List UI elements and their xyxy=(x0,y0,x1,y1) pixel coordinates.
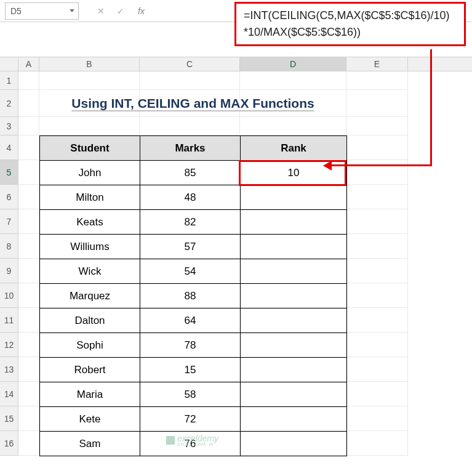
cell-student[interactable]: John xyxy=(40,161,140,185)
header-rank[interactable]: Rank xyxy=(241,136,347,161)
cell-rank[interactable] xyxy=(241,259,347,284)
row-num-10[interactable]: 10 xyxy=(0,283,18,308)
cell-student[interactable]: Kete xyxy=(40,407,140,432)
table-row: Keats82 xyxy=(40,210,347,235)
cell-marks[interactable]: 58 xyxy=(140,382,241,407)
formula-toolbar-icons: ✕ ✓ xyxy=(97,6,124,16)
cell-marks[interactable]: 88 xyxy=(140,284,241,309)
table-row: Wick54 xyxy=(40,259,347,284)
formula-box: =INT(CEILING(C5,MAX($C$5:$C$16)/10) *10/… xyxy=(234,2,466,46)
cell-student[interactable]: Maria xyxy=(40,382,140,407)
row-num-1[interactable]: 1 xyxy=(0,71,18,90)
row-num-9[interactable]: 9 xyxy=(0,259,18,283)
col-header-e[interactable]: E xyxy=(346,57,408,71)
cell-marks[interactable]: 85 xyxy=(140,161,241,185)
watermark-sub: EXCEL · DATA · BI xyxy=(177,442,218,446)
cell-student[interactable]: Keats xyxy=(40,210,140,235)
cell-student[interactable]: Marquez xyxy=(40,284,140,309)
row-num-14[interactable]: 14 xyxy=(0,382,18,406)
cell-student[interactable]: Robert xyxy=(40,358,140,382)
callout-arrow-icon xyxy=(323,161,332,171)
table-row: Robert15 xyxy=(40,358,347,382)
header-marks[interactable]: Marks xyxy=(140,136,241,161)
name-box-value: D5 xyxy=(10,6,22,16)
spreadsheet-grid: 1 2 3 4 5 6 7 8 9 10 11 12 13 14 15 16 U… xyxy=(0,71,472,456)
row-num-6[interactable]: 6 xyxy=(0,185,18,209)
watermark-logo-icon xyxy=(166,436,175,445)
row-num-4[interactable]: 4 xyxy=(0,135,18,160)
cell-rank[interactable] xyxy=(241,185,347,210)
cell-rank[interactable] xyxy=(241,358,347,382)
sheet-title: Using INT, CEILING and MAX Functions xyxy=(39,90,346,117)
column-headers: A B C D E xyxy=(0,57,472,71)
cell-student[interactable]: Dalton xyxy=(40,309,140,333)
cell-marks[interactable]: 48 xyxy=(140,185,241,210)
row-num-3[interactable]: 3 xyxy=(0,117,18,135)
callout-line-vertical xyxy=(430,49,432,166)
table-row: Sophi78 xyxy=(40,333,347,358)
data-table: Student Marks Rank John8510 Milton48 Kea… xyxy=(39,135,347,456)
col-header-a[interactable]: A xyxy=(18,57,39,71)
cell-rank[interactable] xyxy=(241,382,347,407)
cell-rank[interactable] xyxy=(241,210,347,235)
callout-line-horizontal xyxy=(329,164,432,166)
cell-marks[interactable]: 64 xyxy=(140,309,241,333)
name-box[interactable]: D5 xyxy=(5,2,79,20)
row-num-13[interactable]: 13 xyxy=(0,357,18,382)
cell-marks[interactable]: 57 xyxy=(140,235,241,259)
cell-rank[interactable] xyxy=(241,235,347,259)
watermark: exceldemy EXCEL · DATA · BI xyxy=(166,434,218,446)
cancel-icon[interactable]: ✕ xyxy=(97,6,105,16)
row-numbers: 1 2 3 4 5 6 7 8 9 10 11 12 13 14 15 16 xyxy=(0,71,18,456)
formula-text-line1: =INT(CEILING(C5,MAX($C$5:$C$16)/10) xyxy=(244,7,457,24)
cell-marks[interactable]: 78 xyxy=(140,333,241,358)
cell-marks[interactable]: 82 xyxy=(140,210,241,235)
table-row: Maria58 xyxy=(40,382,347,407)
table-row: John8510 xyxy=(40,161,347,185)
cell-rank[interactable] xyxy=(241,432,347,456)
enter-icon[interactable]: ✓ xyxy=(117,6,124,16)
cell-student[interactable]: Wick xyxy=(40,259,140,284)
cell-marks[interactable]: 72 xyxy=(140,407,241,432)
table-row: Marquez88 xyxy=(40,284,347,309)
cell-student[interactable]: Sophi xyxy=(40,333,140,358)
row-num-8[interactable]: 8 xyxy=(0,234,18,259)
row-num-11[interactable]: 11 xyxy=(0,308,18,333)
row-num-16[interactable]: 16 xyxy=(0,431,18,456)
formula-text-line2: *10/MAX($C$5:$C$16)) xyxy=(244,24,457,41)
table-row: Dalton64 xyxy=(40,309,347,333)
cell-rank[interactable] xyxy=(241,309,347,333)
fx-icon[interactable]: fx xyxy=(138,6,145,16)
cell-student[interactable]: Sam xyxy=(40,432,140,456)
cell-marks[interactable]: 54 xyxy=(140,259,241,284)
table-row: Kete72 xyxy=(40,407,347,432)
cell-marks[interactable]: 15 xyxy=(140,358,241,382)
table-row: Milton48 xyxy=(40,185,347,210)
cell-student[interactable]: Milton xyxy=(40,185,140,210)
formula-callout: =INT(CEILING(C5,MAX($C$5:$C$16)/10) *10/… xyxy=(234,2,466,46)
col-header-b[interactable]: B xyxy=(39,57,140,71)
row-num-2[interactable]: 2 xyxy=(0,90,18,117)
cell-rank[interactable] xyxy=(241,407,347,432)
row-num-7[interactable]: 7 xyxy=(0,209,18,234)
col-header-d[interactable]: D xyxy=(240,57,346,71)
table-row: Williums57 xyxy=(40,235,347,259)
cell-rank[interactable] xyxy=(241,333,347,358)
cell-rank[interactable] xyxy=(241,284,347,309)
table-header-row: Student Marks Rank xyxy=(40,136,347,161)
header-student[interactable]: Student xyxy=(40,136,140,161)
row-num-12[interactable]: 12 xyxy=(0,333,18,357)
row-num-5[interactable]: 5 xyxy=(0,160,18,185)
cell-student[interactable]: Williums xyxy=(40,235,140,259)
col-header-c[interactable]: C xyxy=(140,57,240,71)
row-num-15[interactable]: 15 xyxy=(0,406,18,431)
